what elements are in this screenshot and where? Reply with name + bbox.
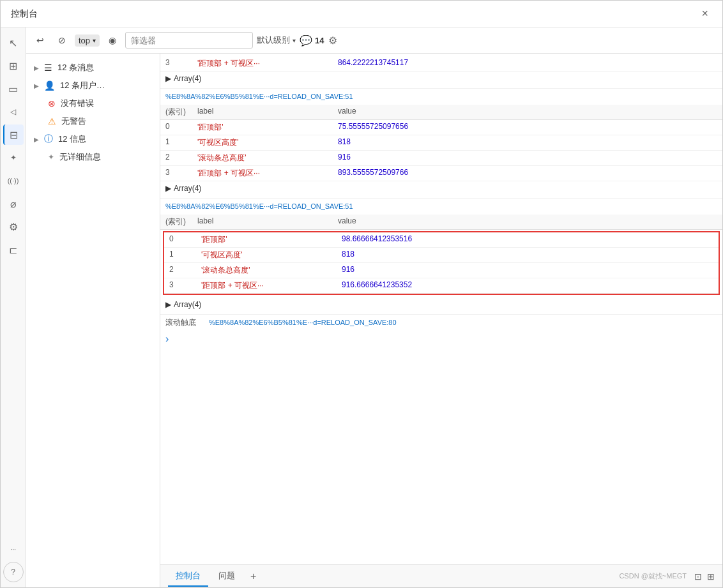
row-index: 3 [165,168,197,179]
performance-icon[interactable]: ⌀ [3,193,24,214]
table-row-highlighted: 2 '滚动条总高度' 916 [164,263,719,278]
filter-item-no-verbose[interactable]: ✦ 无详细信息 [26,148,160,166]
table-row-highlighted: 3 '距顶部 + 可视区··· 916.6666641235352 [164,278,719,294]
col-index-2: (索引) [165,216,197,227]
settings2-icon[interactable]: ⚙ [3,216,24,237]
top-selector-arrow: ▾ [93,37,96,44]
filter-label-no-error: 没有错误 [61,98,94,109]
filter-item-no-error[interactable]: ⊗ 没有错误 [26,94,160,112]
expand-arrow: ▶ [165,74,171,83]
tab-problems[interactable]: 问题 [211,566,243,587]
table-row: 1 '可视区高度' 818 [160,135,722,151]
settings-icon[interactable]: ⚙ [328,34,337,47]
info-icon: ⓘ [44,133,53,145]
console-icon[interactable]: ▭ [3,79,24,99]
filter-item-no-warn[interactable]: ⚠ 无警告 [26,112,160,130]
icon-sidebar: ↖ ⊞ ▭ ◁ ⊟ ✦ ((·)) ⌀ ⚙ ⊏ ··· ? [1,27,26,587]
chevron-icon: › [165,333,169,344]
log-entry-partial: 3 '距顶部 + 可视区··· 864.2222213745117 ▶ Arra… [160,54,722,89]
expand-label-3: Array(4) [174,300,201,309]
messages-icon: ☰ [44,63,52,73]
filter-label-user: 12 条用户… [60,80,105,91]
arrow-info: ▶ [34,136,39,143]
tab-console[interactable]: 控制台 [168,566,208,587]
row-label: '距顶部 + 可视区··· [197,58,338,69]
filter-item-user[interactable]: ▶ 👤 12 条用户… [26,77,160,94]
console-toolbar: ↩ ⊘ top ▾ ◉ 默认级别 ▾ 💬 14 ⚙ [26,27,722,54]
table-row-highlighted: 0 '距顶部' 98.66666412353516 [164,232,719,248]
arrow-messages: ▶ [34,64,39,72]
array-expand-1[interactable]: ▶ Array(4) [160,72,722,86]
chevron-row[interactable]: › [160,331,722,347]
network-icon[interactable]: ⊟ [3,124,24,145]
wifi-icon[interactable]: ((·)) [3,170,24,191]
debug-icon[interactable]: ✦ [3,147,24,168]
row-label: '距顶部 + 可视区··· [197,168,338,179]
scroll-bottom-label: 滚动触底 [165,317,196,328]
filter-label-messages: 12 条消息 [57,62,94,73]
cursor-icon[interactable]: ↖ [3,33,24,53]
top-selector[interactable]: top ▾ [75,34,100,47]
col-value-1: value [338,107,717,117]
row-value: 75.55555725097656 [338,122,717,133]
col-label-2: label [197,216,338,227]
array-expand-2[interactable]: ▶ Array(4) [160,181,722,195]
array-expand-3[interactable]: ▶ Array(4) [160,298,722,312]
log-link-row-1: %E8%8A%82%E6%B5%81%E···d=RELOAD_ON_SAVE:… [160,89,722,102]
table-row: 2 '滚动条总高度' 916 [160,151,722,166]
filter-label-no-warn: 无警告 [61,116,86,127]
back-button[interactable]: ↩ [31,31,49,49]
message-badge: 💬 14 [300,34,324,47]
row-value: 818 [338,137,717,148]
filter-label-info: 12 信息 [58,133,86,145]
error-icon: ⊗ [48,98,56,109]
tab-add-button[interactable]: + [245,568,261,585]
row-value: 916 [338,153,717,163]
source-link-1[interactable]: %E8%8A%82%E6%B5%81%E···d=RELOAD_ON_SAVE:… [165,93,353,100]
sources-icon[interactable]: ◁ [3,102,24,122]
console-main: 3 '距顶部 + 可视区··· 864.2222213745117 ▶ Arra… [160,54,722,587]
row-value: 916 [342,265,713,276]
clear-button[interactable]: ⊘ [53,31,71,49]
table-header-1: (索引) label value [160,105,722,120]
top-selector-label: top [79,36,90,45]
table-row: 3 '距顶部 + 可视区··· 864.2222213745117 [160,56,722,72]
row-value: 864.2222213745117 [338,58,717,69]
table-entry-2: (索引) label value 0 '距顶部' 98.666664123535… [160,212,722,315]
console-content-area[interactable]: 3 '距顶部 + 可视区··· 864.2222213745117 ▶ Arra… [160,54,722,564]
row-index: 1 [169,250,201,260]
row-index: 1 [165,137,197,148]
source-link-3[interactable]: %E8%8A%82%E6%B5%81%E···d=RELOAD_ON_SAVE:… [209,319,397,326]
row-label: '可视区高度' [197,137,338,148]
dock-icon[interactable]: ⊡ [694,571,702,582]
more-icon[interactable]: ··· [3,539,24,559]
row-index: 3 [169,280,201,291]
help-icon[interactable]: ? [3,562,24,582]
table-row: 3 '距顶部 + 可视区··· 893.5555572509766 [160,166,722,181]
elements-icon[interactable]: ⊞ [3,56,24,76]
filter-item-messages[interactable]: ▶ ☰ 12 条消息 [26,59,160,77]
filter-item-info[interactable]: ▶ ⓘ 12 信息 [26,130,160,148]
verbose-icon: ✦ [48,153,54,162]
row-value: 893.5555572509766 [338,168,717,179]
user-icon: 👤 [44,80,55,91]
log-link-row-2: %E8%8A%82%E6%B5%81%E···d=RELOAD_ON_SAVE:… [160,199,722,212]
eye-button[interactable]: ◉ [103,31,121,49]
filter-input[interactable] [125,32,253,49]
layers-icon[interactable]: ⊏ [3,239,24,260]
message-count: 14 [315,36,324,45]
expand-arrow-2: ▶ [165,184,171,193]
message-icon: 💬 [300,34,312,47]
row-index: 0 [169,234,201,245]
close-button[interactable]: × [697,6,712,22]
expand-icon[interactable]: ⊞ [707,571,715,582]
col-value-2: value [338,216,717,227]
window-title: 控制台 [11,8,38,20]
level-selector[interactable]: 默认级别 ▾ [257,34,296,46]
row-label: '滚动条总高度' [197,153,338,163]
row-value: 98.66666412353516 [342,234,713,245]
filter-items-list: ▶ ☰ 12 条消息 ▶ 👤 12 条用户… [26,54,160,587]
main-area: ↖ ⊞ ▭ ◁ ⊟ ✦ ((·)) ⌀ ⚙ ⊏ ··· ? ↩ ⊘ top ▾ [1,27,722,587]
bottom-tabs: 控制台 问题 + CSDN @就找~MEGT ⊡ ⊞ [160,564,722,587]
source-link-2[interactable]: %E8%8A%82%E6%B5%81%E···d=RELOAD_ON_SAVE:… [165,202,353,210]
